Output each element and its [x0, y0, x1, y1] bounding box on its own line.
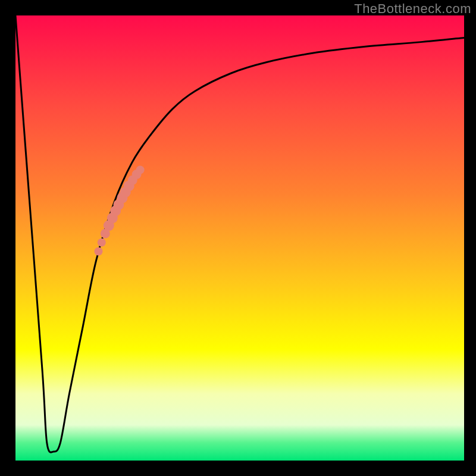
chart-svg — [0, 0, 476, 476]
highlight-dot — [98, 238, 106, 246]
highlight-dot — [136, 166, 145, 174]
chart-stage: TheBottleneck.com — [0, 0, 476, 476]
highlight-dot — [94, 247, 102, 255]
plot-background — [15, 15, 464, 461]
watermark-text: TheBottleneck.com — [354, 1, 471, 17]
